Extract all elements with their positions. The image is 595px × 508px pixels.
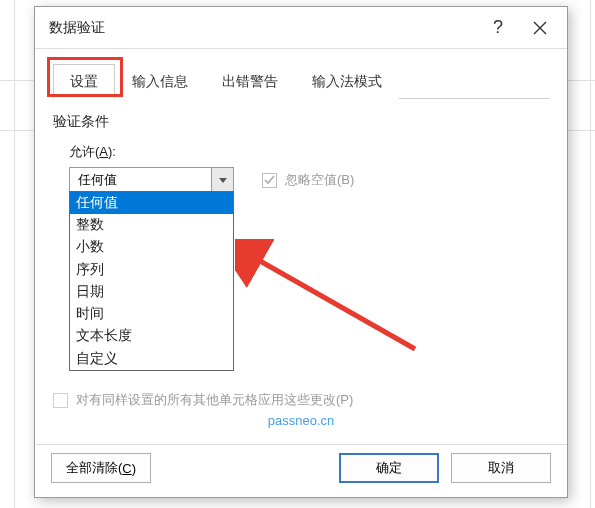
dropdown-item-whole-number[interactable]: 整数	[70, 214, 233, 236]
dropdown-item-custom[interactable]: 自定义	[70, 348, 233, 370]
ignore-blank-checkbox[interactable]	[262, 173, 277, 188]
close-icon	[533, 21, 547, 35]
data-validation-dialog: 数据验证 ? 设置 输入信息 出错警告 输入法模式 验证条件 允许(A): 任何…	[34, 6, 568, 498]
ok-button[interactable]: 确定	[339, 453, 439, 483]
allow-label: 允许(A):	[69, 143, 549, 161]
dialog-titlebar: 数据验证 ?	[35, 7, 567, 49]
close-button[interactable]	[519, 7, 561, 49]
annotation-arrow	[235, 239, 435, 359]
apply-all-label: 对有同样设置的所有其他单元格应用这些更改(P)	[76, 391, 353, 409]
allow-combobox-value: 任何值	[70, 171, 211, 189]
allow-combobox[interactable]: 任何值	[69, 167, 234, 193]
allow-combobox-button[interactable]	[211, 168, 233, 192]
allow-dropdown-list: 任何值 整数 小数 序列 日期 时间 文本长度 自定义	[69, 191, 234, 371]
dropdown-item-list[interactable]: 序列	[70, 259, 233, 281]
help-button[interactable]: ?	[477, 7, 519, 49]
criteria-section-label: 验证条件	[53, 113, 549, 131]
dropdown-item-text-length[interactable]: 文本长度	[70, 325, 233, 347]
dropdown-item-date[interactable]: 日期	[70, 281, 233, 303]
chevron-down-icon	[219, 178, 227, 183]
dropdown-item-decimal[interactable]: 小数	[70, 236, 233, 258]
watermark-text: passneo.cn	[53, 413, 549, 428]
ignore-blank-label: 忽略空值(B)	[285, 171, 354, 189]
tab-ime-mode[interactable]: 输入法模式	[295, 64, 399, 99]
ignore-blank-row: 忽略空值(B)	[262, 171, 354, 189]
tab-input-message[interactable]: 输入信息	[115, 64, 205, 99]
help-icon: ?	[493, 17, 503, 38]
tab-strip: 设置 输入信息 出错警告 输入法模式	[53, 63, 549, 99]
dialog-button-bar: 全部清除(C) 确定 取消	[35, 444, 567, 497]
dropdown-item-time[interactable]: 时间	[70, 303, 233, 325]
apply-all-checkbox[interactable]	[53, 393, 68, 408]
svg-line-0	[253, 257, 415, 349]
apply-all-row: 对有同样设置的所有其他单元格应用这些更改(P)	[53, 391, 549, 409]
dropdown-item-any-value[interactable]: 任何值	[70, 192, 233, 214]
dialog-body: 设置 输入信息 出错警告 输入法模式 验证条件 允许(A): 任何值 任何值 整…	[35, 49, 567, 444]
cancel-button[interactable]: 取消	[451, 453, 551, 483]
check-icon	[264, 175, 275, 186]
clear-all-button[interactable]: 全部清除(C)	[51, 453, 151, 483]
tab-settings[interactable]: 设置	[53, 64, 115, 99]
dialog-title: 数据验证	[49, 19, 477, 37]
tab-error-alert[interactable]: 出错警告	[205, 64, 295, 99]
